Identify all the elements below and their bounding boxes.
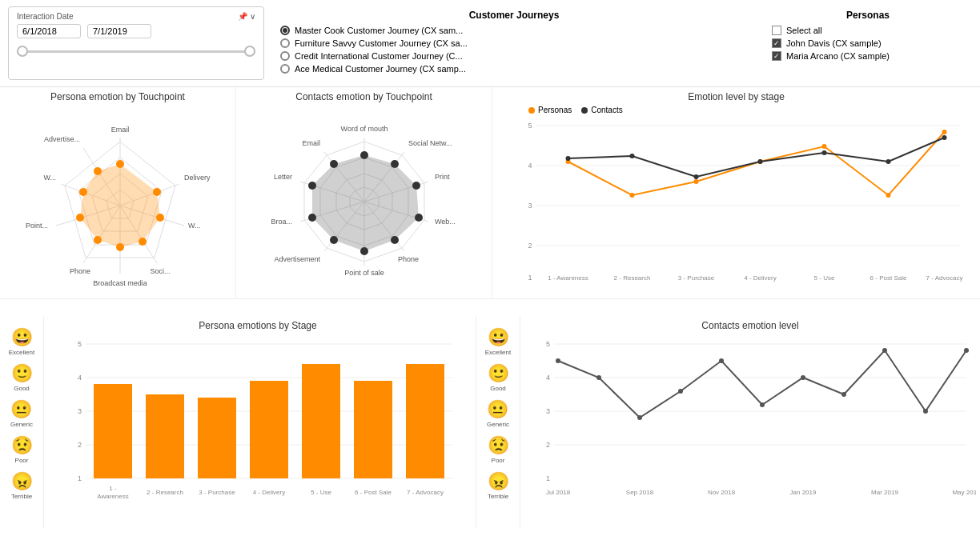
journey-item-2[interactable]: Credit International Customer Journey (C… bbox=[280, 51, 748, 61]
svg-point-47 bbox=[360, 151, 368, 159]
svg-point-126 bbox=[637, 415, 642, 420]
svg-point-89 bbox=[942, 130, 947, 134]
persona-label-1: John Davis (CX sample) bbox=[786, 38, 882, 48]
personas-legend-label: Personas bbox=[538, 106, 572, 114]
journey-item-1[interactable]: Furniture Savvy Customer Journey (CX sa.… bbox=[280, 38, 748, 48]
date-start-input[interactable] bbox=[17, 24, 81, 38]
svg-text:Advertisement: Advertisement bbox=[274, 255, 320, 263]
svg-text:Sep 2018: Sep 2018 bbox=[626, 489, 654, 496]
line1-svg: 5 4 3 2 1 1 - Awareness 2 - Research 3 -… bbox=[496, 116, 976, 284]
svg-text:Social Netw...: Social Netw... bbox=[408, 139, 452, 147]
svg-point-94 bbox=[822, 150, 827, 155]
svg-point-52 bbox=[360, 247, 368, 255]
emotion-good-bar: 🙂 Good bbox=[11, 363, 33, 392]
svg-point-18 bbox=[116, 243, 124, 251]
svg-text:Letter: Letter bbox=[274, 173, 292, 181]
excellent-face-bar: 😀 bbox=[11, 327, 33, 348]
poor-label-bar: Poor bbox=[15, 457, 29, 464]
line1-panel: Emotion level by stage Personas Contacts… bbox=[492, 87, 980, 299]
excellent-label-bar: Excellent bbox=[9, 349, 34, 356]
emotion-terrible-bar: 😠 Terrible bbox=[11, 471, 33, 500]
bar-5 bbox=[302, 364, 340, 478]
terrible-face-line2: 😠 bbox=[488, 471, 509, 492]
good-face-line2: 🙂 bbox=[488, 363, 509, 384]
date-end-input[interactable] bbox=[87, 24, 151, 38]
svg-text:Phone: Phone bbox=[398, 255, 419, 263]
journey-radio-2[interactable] bbox=[280, 51, 290, 61]
svg-text:2: 2 bbox=[546, 441, 550, 449]
svg-text:Soci...: Soci... bbox=[150, 267, 170, 275]
persona-checkbox-2[interactable] bbox=[772, 51, 781, 61]
date-inputs bbox=[17, 24, 255, 38]
svg-text:7 - Advocacy: 7 - Advocacy bbox=[926, 274, 963, 282]
svg-point-56 bbox=[330, 160, 338, 168]
slider-track bbox=[17, 50, 255, 53]
svg-text:3: 3 bbox=[78, 407, 82, 415]
personas-title: Personas bbox=[772, 10, 964, 21]
radar1-title: Persona emotion by Touchpoint bbox=[4, 91, 231, 102]
svg-point-88 bbox=[886, 193, 891, 198]
bar-title: Persona emotions by Stage bbox=[44, 320, 472, 331]
journey-radio-1[interactable] bbox=[280, 38, 290, 48]
slider-right-thumb[interactable] bbox=[244, 46, 255, 57]
svg-point-93 bbox=[758, 159, 763, 164]
persona-item-2[interactable]: Maria Arcano (CX sample) bbox=[772, 51, 964, 61]
svg-point-128 bbox=[719, 358, 724, 363]
legend-personas: Personas bbox=[528, 106, 572, 114]
svg-point-14 bbox=[116, 160, 124, 168]
svg-text:Jul 2018: Jul 2018 bbox=[546, 489, 571, 496]
svg-point-85 bbox=[694, 179, 699, 184]
persona-checkbox-1[interactable] bbox=[772, 38, 781, 48]
svg-point-55 bbox=[308, 182, 316, 190]
bar-svg: 5 4 3 2 1 bbox=[44, 334, 472, 522]
good-label-bar: Good bbox=[14, 385, 30, 392]
svg-text:4 - Delivery: 4 - Delivery bbox=[744, 274, 776, 282]
journey-radio-3[interactable] bbox=[280, 64, 290, 74]
svg-text:Awareness: Awareness bbox=[97, 493, 128, 500]
svg-text:W...: W... bbox=[44, 174, 57, 182]
charts-row-1: Persona emotion by Touchpoint bbox=[0, 87, 980, 299]
terrible-label-bar: Terrible bbox=[11, 493, 32, 500]
excellent-label-line2: Excellent bbox=[485, 349, 511, 356]
svg-point-131 bbox=[841, 392, 846, 397]
bar-emotion-icons: 😀 Excellent 🙂 Good 😐 Generic 😟 Poor 😠 bbox=[0, 316, 44, 528]
line2-title: Contacts emotion level bbox=[524, 320, 976, 331]
main-container: Interaction Date 📌 ∨ Customer Journeys bbox=[0, 0, 980, 544]
svg-text:2 - Research: 2 - Research bbox=[614, 274, 651, 282]
poor-face-bar: 😟 bbox=[11, 435, 33, 456]
good-label-line2: Good bbox=[490, 385, 506, 392]
svg-text:Broadcast media: Broadcast media bbox=[93, 279, 147, 287]
journeys-title: Customer Journeys bbox=[280, 10, 748, 21]
filter-icons: 📌 ∨ bbox=[238, 12, 255, 21]
journey-label-2: Credit International Customer Journey (C… bbox=[295, 51, 463, 61]
bar-1 bbox=[94, 384, 132, 478]
terrible-face-bar: 😠 bbox=[11, 471, 33, 492]
journey-item-0[interactable]: Master Cook Customer Journey (CX sam... bbox=[280, 26, 748, 35]
emotion-excellent-line2: 😀 Excellent bbox=[485, 327, 511, 356]
interaction-date-label: Interaction Date bbox=[17, 12, 74, 21]
persona-checkbox-0[interactable] bbox=[772, 26, 781, 35]
svg-text:Email: Email bbox=[111, 126, 130, 134]
svg-text:1: 1 bbox=[528, 274, 532, 282]
radar2-panel: Contacts emotion by Touchpoint bbox=[236, 87, 492, 299]
bar-panel: Persona emotions by Stage 5 4 3 2 1 bbox=[44, 316, 476, 528]
journey-radio-0[interactable] bbox=[280, 26, 290, 35]
svg-text:1: 1 bbox=[78, 474, 82, 482]
persona-item-1[interactable]: John Davis (CX sample) bbox=[772, 38, 964, 48]
svg-point-49 bbox=[412, 182, 420, 190]
svg-text:4: 4 bbox=[78, 374, 82, 382]
contacts-legend-label: Contacts bbox=[591, 106, 622, 114]
persona-item-0[interactable]: Select all bbox=[772, 26, 964, 35]
svg-point-91 bbox=[630, 154, 635, 158]
slider-container bbox=[17, 43, 255, 59]
bar-6 bbox=[354, 381, 392, 478]
svg-text:5: 5 bbox=[546, 340, 550, 348]
charts-row-2: 😀 Excellent 🙂 Good 😐 Generic 😟 Poor 😠 bbox=[0, 316, 980, 528]
slider-left-thumb[interactable] bbox=[17, 46, 28, 57]
journey-item-3[interactable]: Ace Medical Customer Journey (CX samp... bbox=[280, 64, 748, 74]
poor-face-line2: 😟 bbox=[488, 435, 509, 456]
svg-text:W...: W... bbox=[188, 222, 201, 230]
personas-box: Personas Select all John Davis (CX sampl… bbox=[764, 6, 972, 80]
line1-legend: Personas Contacts bbox=[496, 106, 976, 116]
svg-point-53 bbox=[330, 236, 338, 244]
